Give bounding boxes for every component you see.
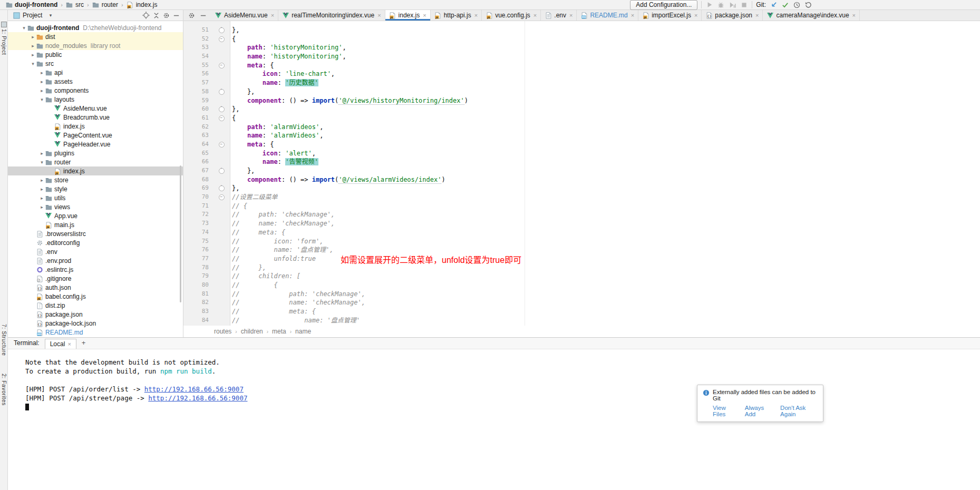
tree-item-node_modules[interactable]: ▸node_moduleslibrary root	[7, 41, 183, 50]
terminal-output[interactable]: Note that the development build is not o…	[7, 349, 980, 410]
close-icon[interactable]: ×	[533, 12, 537, 18]
code-line[interactable]: 62 path: 'alarmVideos',	[183, 123, 980, 132]
chevron-down-icon[interactable]: ▾	[30, 61, 36, 66]
code-line[interactable]: 65 icon: 'alert',	[183, 149, 980, 158]
editor-tab-realTimeMonitoring\index.vue[interactable]: realTimeMonitoring\index.vue×	[278, 10, 385, 21]
close-icon[interactable]: ×	[755, 12, 759, 18]
collapse-all-icon[interactable]	[152, 12, 160, 19]
tree-scrollbar[interactable]	[180, 165, 181, 302]
fold-marker-icon[interactable]: ˆ	[211, 26, 232, 35]
panel-settings-icon[interactable]	[162, 12, 170, 19]
chevron-right-icon[interactable]: ▸	[39, 204, 45, 210]
chevron-right-icon[interactable]: ▸	[39, 151, 45, 156]
tree-item-babel.config.js[interactable]: JSbabel.config.js	[7, 292, 183, 301]
notification-action-don-t-ask-again[interactable]: Don't Ask Again	[780, 405, 818, 417]
tree-item-assets[interactable]: ▸assets	[7, 77, 183, 86]
code-line[interactable]: 74// meta: {	[183, 228, 980, 237]
editor-tab-http-api.js[interactable]: JShttp-api.js×	[431, 10, 482, 21]
code-line[interactable]: 77// unfold:true	[183, 254, 980, 263]
editor-breadcrumb-meta[interactable]: meta	[272, 328, 286, 335]
tree-item-api[interactable]: ▸api	[7, 68, 183, 77]
close-icon[interactable]: ×	[474, 12, 478, 18]
code-line[interactable]: 58ˆ },	[183, 87, 980, 96]
tree-item-duoji-frontend[interactable]: ▾duoji-frontendD:\zheheWeb\duoji-fronten…	[7, 23, 183, 32]
fold-marker-icon[interactable]: −	[211, 114, 232, 123]
code-line[interactable]: 69ˆ},	[183, 184, 980, 193]
tree-item-public[interactable]: ▸public	[7, 50, 183, 59]
editor-breadcrumb-name[interactable]: name	[295, 328, 311, 335]
chevron-right-icon[interactable]: ▸	[30, 34, 36, 40]
chevron-right-icon[interactable]: ▸	[39, 178, 45, 183]
tree-item-main.js[interactable]: JSmain.js	[7, 220, 183, 229]
tree-item-PageContent.vue[interactable]: PageContent.vue	[7, 131, 183, 140]
tree-item-.env[interactable]: .env	[7, 247, 183, 256]
breadcrumb-item[interactable]: duoji-frontend	[5, 1, 57, 8]
code-line[interactable]: 72// path: 'checkManage',	[183, 210, 980, 219]
tree-item-layouts[interactable]: ▾layouts	[7, 95, 183, 104]
tree-item-plugins[interactable]: ▸plugins	[7, 149, 183, 158]
chevron-down-icon[interactable]: ▾	[39, 160, 45, 165]
tree-item-.editorconfig[interactable]: .editorconfig	[7, 238, 183, 247]
editor-tab-AsideMenu.vue[interactable]: AsideMenu.vue×	[211, 10, 278, 21]
code-line[interactable]: 56 icon: 'line-chart',	[183, 70, 980, 79]
notification-action-view-files[interactable]: View Files	[713, 405, 738, 417]
close-icon[interactable]: ×	[271, 12, 274, 18]
tree-item-components[interactable]: ▸components	[7, 86, 183, 95]
code-line[interactable]: 55− meta: {	[183, 61, 980, 70]
close-icon[interactable]: ×	[631, 12, 634, 18]
git-update-icon[interactable]	[770, 1, 778, 9]
close-icon[interactable]: ×	[569, 12, 573, 18]
code-line[interactable]: 84// name: '盘点管理'	[183, 316, 980, 325]
editor-tab-.env[interactable]: .env×	[541, 10, 577, 21]
code-line[interactable]: 76// name: '盘点管理',	[183, 246, 980, 254]
fold-marker-icon[interactable]: −	[211, 61, 232, 70]
run-icon[interactable]	[705, 1, 713, 9]
notification-action-always-add[interactable]: Always Add	[745, 405, 773, 417]
terminal-url-link[interactable]: http://192.168.66.56:9007	[148, 394, 247, 402]
fold-marker-icon[interactable]: ˆ	[211, 166, 232, 175]
debug-icon[interactable]	[717, 1, 725, 9]
close-icon[interactable]: ×	[67, 341, 71, 347]
code-line[interactable]: 52−{	[183, 35, 980, 44]
code-line[interactable]: 80// {	[183, 281, 980, 290]
code-line[interactable]: 54 name: 'historyMonitoring',	[183, 52, 980, 61]
tool-window-tab-favorites[interactable]: 2: Favorites	[0, 374, 7, 406]
chevron-right-icon[interactable]: ▸	[30, 43, 36, 48]
rollback-icon[interactable]	[804, 1, 812, 9]
fold-marker-icon[interactable]: −	[211, 35, 232, 44]
code-line[interactable]: 73// name: 'checkManage',	[183, 219, 980, 228]
code-editor[interactable]: 51ˆ},52−{53 path: 'historyMonitoring',54…	[183, 21, 980, 326]
history-icon[interactable]	[793, 1, 801, 9]
fold-marker-icon[interactable]: ˆ	[211, 105, 232, 114]
tab-settings-icon[interactable]	[188, 12, 195, 19]
code-line[interactable]: 83// meta: {	[183, 307, 980, 316]
close-icon[interactable]: ×	[852, 12, 856, 18]
tree-item-store[interactable]: ▸store	[7, 175, 183, 184]
close-icon[interactable]: ×	[694, 12, 697, 18]
fold-marker-icon[interactable]: −	[211, 193, 232, 202]
breadcrumb-item[interactable]: src	[66, 1, 84, 8]
code-line[interactable]: 61−{	[183, 114, 980, 123]
code-line[interactable]: 71// {	[183, 202, 980, 211]
tree-item-package.json[interactable]: {}package.json	[7, 310, 183, 319]
code-line[interactable]: 67ˆ },	[183, 166, 980, 175]
tab-minimize-icon[interactable]	[199, 12, 207, 19]
fold-marker-icon[interactable]: ˆ	[211, 184, 232, 193]
tree-item-App.vue[interactable]: App.vue	[7, 211, 183, 220]
git-commit-icon[interactable]	[781, 1, 789, 9]
editor-tab-vue.config.js[interactable]: JSvue.config.js×	[482, 10, 541, 21]
tree-item-views[interactable]: ▸views	[7, 202, 183, 211]
tree-item-utils[interactable]: ▸utils	[7, 193, 183, 202]
tree-item-Breadcrumb.vue[interactable]: Breadcrumb.vue	[7, 113, 183, 122]
code-line[interactable]: 68 component: () => import('@/views/alar…	[183, 175, 980, 184]
close-icon[interactable]: ×	[423, 12, 426, 18]
terminal-url-link[interactable]: http://192.168.66.56:9007	[144, 385, 244, 393]
chevron-right-icon[interactable]: ▸	[39, 79, 45, 84]
hide-panel-icon[interactable]	[172, 12, 180, 19]
tree-item-AsideMenu.vue[interactable]: AsideMenu.vue	[7, 104, 183, 113]
tree-item-.env.prod[interactable]: .env.prod	[7, 256, 183, 265]
editor-breadcrumb-routes[interactable]: routes	[214, 328, 231, 335]
breadcrumb-item[interactable]: JSindex.js	[127, 1, 158, 8]
tree-item-.eslintrc.js[interactable]: .eslintrc.js	[7, 265, 183, 274]
editor-tab-index.js[interactable]: JSindex.js×	[385, 10, 431, 21]
